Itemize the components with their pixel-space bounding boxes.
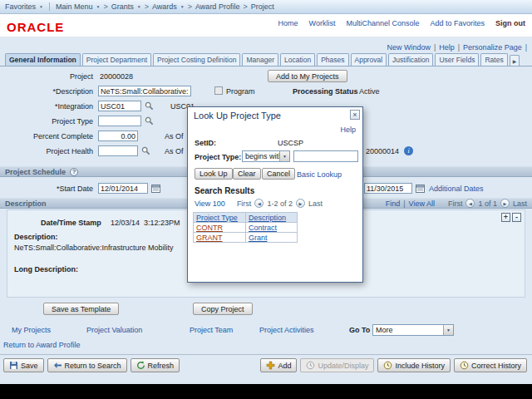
update-display-button[interactable]: Update/Display — [300, 358, 374, 372]
basic-lookup-link[interactable]: Basic Lookup — [297, 170, 342, 179]
save-as-template-button[interactable]: Save as Template — [43, 303, 119, 315]
view-all-link[interactable]: View All — [409, 200, 435, 208]
start-date-input[interactable] — [98, 183, 148, 194]
project-valuation-link[interactable]: Project Valuation — [86, 326, 142, 334]
personalize-page-link[interactable]: Personalize Page — [463, 43, 522, 52]
correct-history-button[interactable]: Correct History — [454, 358, 527, 372]
tab-project-costing-definition[interactable]: Project Costing Definition — [153, 53, 240, 66]
project-health-label: Project Health — [0, 147, 93, 155]
home-link[interactable]: Home — [278, 19, 298, 27]
additional-dates-link[interactable]: Additional Dates — [429, 185, 484, 193]
project-team-link[interactable]: Project Team — [190, 326, 233, 334]
tab-rates[interactable]: Rates — [480, 53, 507, 66]
project-health-input[interactable] — [98, 145, 138, 156]
favorites-menu[interactable]: Favorites▼ — [5, 2, 43, 11]
time-value: 3:12:23PM — [144, 219, 180, 227]
sign-out-link[interactable]: Sign out — [495, 19, 525, 27]
multichannel-console-link[interactable]: MultiChannel Console — [346, 19, 419, 27]
program-checkbox[interactable] — [214, 86, 223, 95]
clear-button[interactable]: Clear — [233, 168, 261, 180]
add-to-my-projects-button[interactable]: Add to My Projects — [268, 70, 347, 82]
percent-complete-input[interactable] — [98, 131, 138, 141]
separator: | — [434, 43, 436, 52]
new-window-link[interactable]: New Window — [387, 43, 431, 52]
view-100-link[interactable]: View 100 — [195, 200, 225, 208]
tabs-scroll-right-icon[interactable]: ▶ — [510, 55, 520, 66]
tab-justification[interactable]: Justification — [388, 53, 433, 66]
include-history-button[interactable]: Include History — [377, 358, 451, 372]
calendar-icon[interactable] — [416, 184, 425, 193]
results-table: Project Type Description CONTR Contract … — [193, 212, 298, 243]
table-header-row: Project Type Description — [194, 213, 298, 223]
result-key-link[interactable]: CONTR — [196, 224, 223, 232]
copy-project-button[interactable]: Copy Project — [193, 303, 253, 315]
main-menu[interactable]: Main Menu▼ — [56, 2, 100, 11]
crumb-award-profile[interactable]: Award Profile — [195, 2, 239, 11]
column-header-project-type[interactable]: Project Type — [196, 214, 238, 222]
chevron-down-icon: ▼ — [39, 4, 43, 9]
as-of-label: As Of — [165, 147, 184, 155]
crumb-separator: > — [243, 2, 247, 11]
end-date-input[interactable] — [364, 183, 412, 194]
tab-general-information[interactable]: General Information — [5, 53, 81, 66]
close-icon[interactable]: × — [350, 110, 360, 120]
previous-page-icon[interactable]: ◀ — [254, 199, 264, 208]
previous-row-icon[interactable]: ◀ — [466, 199, 475, 208]
tab-manager[interactable]: Manager — [242, 53, 278, 66]
cancel-button[interactable]: Cancel — [262, 168, 295, 180]
integration-input[interactable] — [98, 101, 141, 111]
help-icon[interactable]: ? — [70, 168, 78, 176]
project-type-input[interactable] — [98, 116, 141, 126]
look-up-button[interactable]: Look Up — [195, 168, 233, 180]
result-key-link[interactable]: GRANT — [196, 234, 223, 242]
letterbox-bar — [0, 384, 532, 399]
toolbar-right: Add Update/Display Include History Corre… — [260, 358, 527, 372]
tab-project-department[interactable]: Project Department — [82, 53, 151, 66]
project-type-label: Project Type — [0, 117, 93, 126]
delete-row-button[interactable]: - — [512, 213, 521, 222]
dialog-help-link[interactable]: Help — [340, 126, 356, 134]
add-to-favorites-link[interactable]: Add to Favorites — [430, 19, 485, 27]
my-projects-link[interactable]: My Projects — [12, 326, 51, 334]
lookup-search-input[interactable] — [293, 150, 358, 162]
divider — [49, 2, 50, 11]
column-header-description[interactable]: Description — [249, 214, 286, 222]
datetime-stamp-label: Date/Time Stamp — [41, 219, 101, 227]
return-to-search-button[interactable]: Return to Search — [47, 358, 127, 372]
crumb-awards[interactable]: Awards▼ — [152, 2, 185, 11]
save-button[interactable]: Save — [3, 358, 44, 372]
goto-select[interactable]: More ▼ — [372, 324, 454, 336]
calendar-icon[interactable] — [151, 184, 160, 193]
page-tabs: General Information Project Department P… — [5, 53, 520, 66]
clock-icon — [460, 361, 469, 370]
next-page-icon[interactable]: ▶ — [296, 199, 305, 208]
help-link[interactable]: Help — [439, 43, 455, 52]
description-input[interactable] — [98, 86, 191, 96]
tab-phases[interactable]: Phases — [317, 53, 348, 66]
tab-location[interactable]: Location — [280, 53, 315, 66]
next-row-icon[interactable]: ▶ — [500, 199, 510, 208]
add-button[interactable]: Add — [260, 358, 297, 372]
page-utility-links: New Window | Help | Personalize Page | — [387, 43, 527, 52]
result-description-link[interactable]: Contract — [249, 224, 277, 232]
result-description-link[interactable]: Grant — [249, 234, 268, 242]
project-activities-link[interactable]: Project Activities — [259, 326, 314, 334]
return-to-award-profile-link[interactable]: Return to Award Profile — [3, 341, 80, 349]
add-row-button[interactable]: + — [501, 213, 510, 222]
operator-select[interactable]: begins with ▼ — [242, 150, 290, 162]
first-label: First — [237, 200, 252, 208]
long-description-label: Long Description: — [14, 265, 78, 273]
crumb-grants[interactable]: Grants▼ — [111, 2, 141, 11]
magnifier-icon[interactable] — [145, 101, 154, 111]
date-value: 12/03/14 — [111, 219, 140, 227]
refresh-button[interactable]: Refresh — [131, 358, 180, 372]
magnifier-icon[interactable] — [145, 116, 154, 126]
magnifier-icon[interactable] — [141, 146, 150, 155]
info-icon[interactable]: i — [404, 146, 413, 155]
tab-approval[interactable]: Approval — [351, 53, 387, 66]
tab-user-fields[interactable]: User Fields — [435, 53, 479, 66]
application-window: Favorites▼ Main Menu▼ > Grants▼ > Awards… — [0, 0, 532, 399]
find-link[interactable]: Find — [386, 200, 401, 208]
lookup-dialog: Look Up Project Type × Help SetID: USCSP… — [187, 106, 363, 283]
worklist-link[interactable]: Worklist — [309, 19, 336, 27]
